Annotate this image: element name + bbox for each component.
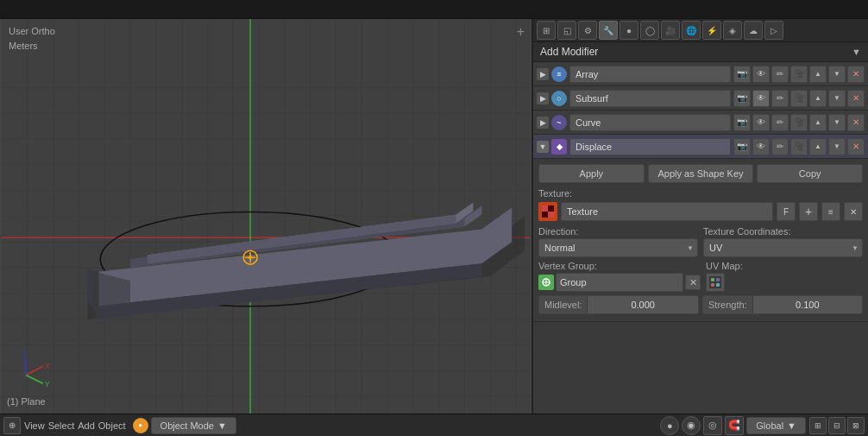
- texture-section-label: Texture:: [538, 188, 863, 199]
- svg-rect-68: [716, 283, 720, 287]
- subsurf-down-btn[interactable]: ▼: [828, 90, 846, 107]
- curve-eye-btn[interactable]: 👁: [752, 114, 770, 131]
- displace-up-btn[interactable]: ▲: [809, 138, 827, 155]
- uv-map-field: [706, 273, 863, 292]
- panel-header-dropdown[interactable]: ▼: [852, 47, 861, 57]
- displace-edit-btn[interactable]: ✏: [771, 138, 789, 155]
- texture-unlink-button[interactable]: ✕: [844, 202, 863, 221]
- toolbar-icon-11[interactable]: ☁: [744, 21, 763, 40]
- toolbar-icon-4[interactable]: 🔧: [599, 21, 618, 40]
- texture-f-button[interactable]: F: [777, 202, 796, 221]
- direction-select-wrapper: Normal X Y Z: [538, 238, 698, 257]
- subsurf-edit-btn[interactable]: ✏: [771, 90, 789, 107]
- subsurf-camera-btn[interactable]: 🎥: [790, 90, 808, 107]
- toolbar-icon-10[interactable]: ◈: [723, 21, 742, 40]
- uv-map-col: UV Map:: [706, 261, 863, 292]
- curve-up-btn[interactable]: ▲: [809, 114, 827, 131]
- array-expand-btn[interactable]: ▶: [537, 68, 549, 80]
- curve-render-btn[interactable]: 📷: [733, 114, 751, 131]
- add-menu[interactable]: Add: [78, 420, 95, 431]
- svg-rect-59: [548, 205, 554, 212]
- toolbar-icon-3[interactable]: ⚙: [578, 21, 597, 40]
- bottom-icon-1[interactable]: ⊕: [3, 417, 21, 434]
- toolbar-icon-1[interactable]: ⊞: [537, 21, 556, 40]
- curve-edit-btn[interactable]: ✏: [771, 114, 789, 131]
- texture-browse-button[interactable]: ≡: [821, 202, 840, 221]
- viewport-corner-btn[interactable]: +: [517, 24, 525, 40]
- displace-camera-btn[interactable]: 🎥: [790, 138, 808, 155]
- displace-expand-btn[interactable]: ▼: [537, 141, 549, 153]
- tex-coord-select[interactable]: UV Object Global Local: [703, 238, 863, 257]
- subsurf-up-btn[interactable]: ▲: [809, 90, 827, 107]
- displace-down-btn[interactable]: ▼: [828, 138, 846, 155]
- array-down-btn[interactable]: ▼: [828, 66, 846, 83]
- displace-render-btn[interactable]: 📷: [733, 138, 751, 155]
- texture-name-input[interactable]: [561, 202, 773, 221]
- grid-btn-3[interactable]: ⊠: [847, 417, 865, 434]
- displace-name-input[interactable]: [569, 138, 731, 155]
- midlevel-value[interactable]: 0.000: [588, 296, 698, 313]
- array-name-input[interactable]: [569, 66, 731, 83]
- vertex-group-clear-btn[interactable]: ✕: [685, 275, 701, 290]
- viewport[interactable]: X Y Z User Ortho Meters + (1) Plane: [0, 19, 531, 414]
- curve-expand-btn[interactable]: ▶: [537, 117, 549, 129]
- toolbar-icon-12[interactable]: ▷: [764, 21, 783, 40]
- curve-camera-btn[interactable]: 🎥: [790, 114, 808, 131]
- svg-rect-57: [542, 205, 548, 212]
- status-icons: ⊕: [3, 417, 21, 434]
- grid-btn-2[interactable]: ⊟: [828, 417, 846, 434]
- select-menu[interactable]: Select: [48, 420, 75, 431]
- snap-btn[interactable]: 🧲: [725, 416, 744, 435]
- action-buttons-row: Apply Apply as Shape Key Copy: [538, 164, 863, 183]
- grid-btn-1[interactable]: ⊞: [809, 417, 827, 434]
- subsurf-expand-btn[interactable]: ▶: [537, 92, 549, 104]
- toolbar-icon-7[interactable]: 🎥: [661, 21, 680, 40]
- svg-rect-67: [711, 283, 714, 287]
- toolbar-icon-2[interactable]: ◱: [557, 21, 576, 40]
- top-bar: [0, 0, 868, 19]
- svg-text:Z: Z: [22, 349, 28, 357]
- apply-button[interactable]: Apply: [538, 164, 645, 183]
- svg-text:Y: Y: [45, 380, 50, 389]
- svg-point-50: [248, 256, 252, 259]
- strength-value[interactable]: 0.100: [753, 296, 862, 313]
- proportional-edit-btn[interactable]: ◎: [703, 416, 722, 435]
- displace-eye-btn[interactable]: 👁: [752, 138, 770, 155]
- viewport-shading-2[interactable]: ◉: [682, 416, 701, 435]
- view-menu[interactable]: View: [24, 420, 45, 431]
- subsurf-render-btn[interactable]: 📷: [733, 90, 751, 107]
- subsurf-close-btn[interactable]: ✕: [847, 90, 865, 107]
- curve-down-btn[interactable]: ▼: [828, 114, 846, 131]
- apply-as-shape-key-button[interactable]: Apply as Shape Key: [648, 164, 754, 183]
- object-mode-select[interactable]: Object Mode ▼: [151, 417, 236, 434]
- array-up-btn[interactable]: ▲: [809, 66, 827, 83]
- array-camera-btn[interactable]: 🎥: [790, 66, 808, 83]
- curve-close-btn[interactable]: ✕: [847, 114, 865, 131]
- viewport-shading-1[interactable]: ●: [660, 416, 679, 435]
- array-render-btn[interactable]: 📷: [733, 66, 751, 83]
- toolbar-icon-5[interactable]: ●: [620, 21, 638, 40]
- vertex-group-input[interactable]: [556, 273, 683, 292]
- array-eye-btn[interactable]: 👁: [752, 66, 770, 83]
- content-area: X Y Z User Ortho Meters + (1) Plane ⊞ ◱ …: [0, 19, 868, 414]
- bottom-bar: ⊕ View Select Add Object ● Object Mode ▼…: [0, 414, 868, 436]
- toolbar-icon-8[interactable]: 🌐: [682, 21, 701, 40]
- toolbar-icon-9[interactable]: ⚡: [702, 21, 721, 40]
- global-local-select[interactable]: Global ▼: [746, 417, 806, 434]
- copy-button[interactable]: Copy: [757, 164, 863, 183]
- object-menu[interactable]: Object: [98, 420, 126, 431]
- texture-plus-button[interactable]: +: [799, 202, 818, 221]
- direction-select[interactable]: Normal X Y Z: [538, 238, 698, 257]
- subsurf-eye-btn[interactable]: 👁: [752, 90, 770, 107]
- array-close-btn[interactable]: ✕: [847, 66, 865, 83]
- displace-close-btn[interactable]: ✕: [847, 138, 865, 155]
- modifier-row-curve: ▶ ~ 📷 👁 ✏ 🎥 ▲ ▼ ✕: [533, 111, 868, 135]
- subsurf-name-input[interactable]: [569, 90, 731, 107]
- midlevel-field: Midlevel: 0.000: [538, 295, 699, 314]
- curve-name-input[interactable]: [569, 114, 731, 131]
- toolbar-icon-6[interactable]: ◯: [640, 21, 659, 40]
- midlevel-label: Midlevel:: [539, 296, 588, 313]
- svg-rect-46: [94, 271, 98, 311]
- curve-icon: ~: [551, 115, 567, 130]
- array-edit-btn[interactable]: ✏: [771, 66, 789, 83]
